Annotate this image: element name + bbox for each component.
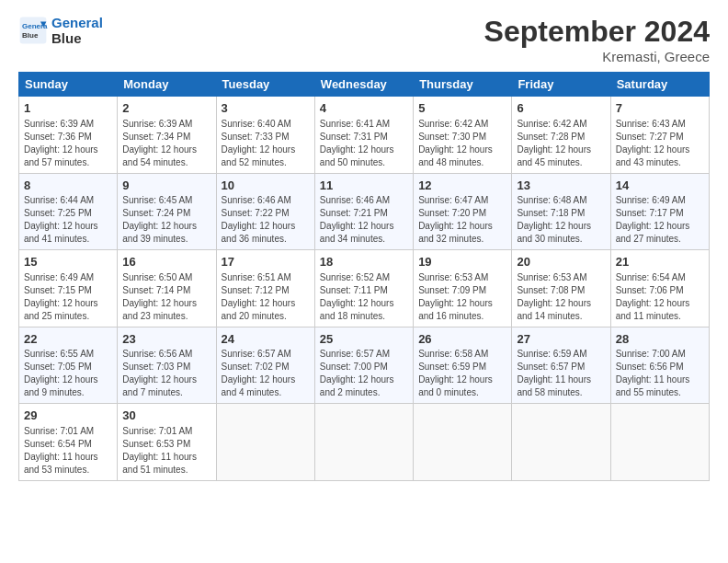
- calendar-cell: 4Sunrise: 6:41 AM Sunset: 7:31 PM Daylig…: [314, 97, 413, 174]
- day-info: Sunrise: 6:46 AM Sunset: 7:22 PM Dayligh…: [222, 194, 310, 246]
- day-info: Sunrise: 6:44 AM Sunset: 7:25 PM Dayligh…: [24, 194, 112, 246]
- header: General Blue General Blue September 2024…: [18, 15, 710, 64]
- day-number: 25: [320, 331, 408, 348]
- calendar-cell: 6Sunrise: 6:42 AM Sunset: 7:28 PM Daylig…: [512, 97, 610, 174]
- day-info: Sunrise: 6:42 AM Sunset: 7:30 PM Dayligh…: [418, 118, 506, 169]
- day-info: Sunrise: 6:41 AM Sunset: 7:31 PM Dayligh…: [320, 118, 408, 169]
- calendar-cell: [610, 404, 709, 481]
- calendar-cell: 3Sunrise: 6:40 AM Sunset: 7:33 PM Daylig…: [216, 97, 314, 174]
- day-number: 4: [320, 100, 408, 117]
- day-number: 11: [320, 178, 408, 194]
- page-container: General Blue General Blue September 2024…: [0, 0, 728, 490]
- day-info: Sunrise: 7:01 AM Sunset: 6:54 PM Dayligh…: [24, 425, 112, 477]
- day-number: 19: [418, 254, 506, 270]
- calendar-cell: 27Sunrise: 6:59 AM Sunset: 6:57 PM Dayli…: [512, 327, 610, 404]
- day-number: 16: [122, 254, 210, 270]
- day-number: 20: [517, 254, 605, 270]
- day-number: 21: [616, 254, 704, 270]
- calendar-week-3: 15Sunrise: 6:49 AM Sunset: 7:15 PM Dayli…: [19, 250, 710, 327]
- calendar-cell: 8Sunrise: 6:44 AM Sunset: 7:25 PM Daylig…: [19, 173, 118, 250]
- day-info: Sunrise: 6:49 AM Sunset: 7:15 PM Dayligh…: [24, 271, 112, 323]
- calendar-table: SundayMondayTuesdayWednesdayThursdayFrid…: [18, 72, 710, 481]
- calendar-cell: 19Sunrise: 6:53 AM Sunset: 7:09 PM Dayli…: [414, 250, 512, 327]
- day-header-friday: Friday: [512, 73, 610, 97]
- day-number: 6: [517, 100, 605, 117]
- logo-general: General: [51, 15, 103, 30]
- calendar-cell: 14Sunrise: 6:49 AM Sunset: 7:17 PM Dayli…: [610, 173, 709, 250]
- day-info: Sunrise: 6:42 AM Sunset: 7:28 PM Dayligh…: [517, 118, 605, 169]
- day-info: Sunrise: 6:43 AM Sunset: 7:27 PM Dayligh…: [616, 118, 704, 169]
- day-number: 5: [418, 100, 506, 117]
- day-info: Sunrise: 6:59 AM Sunset: 6:57 PM Dayligh…: [517, 348, 605, 399]
- calendar-cell: 17Sunrise: 6:51 AM Sunset: 7:12 PM Dayli…: [216, 250, 314, 327]
- svg-text:Blue: Blue: [22, 31, 39, 40]
- day-number: 24: [222, 331, 310, 348]
- day-info: Sunrise: 6:54 AM Sunset: 7:06 PM Dayligh…: [616, 271, 704, 323]
- day-info: Sunrise: 6:47 AM Sunset: 7:20 PM Dayligh…: [418, 194, 506, 246]
- day-number: 1: [24, 100, 112, 117]
- calendar-cell: 26Sunrise: 6:58 AM Sunset: 6:59 PM Dayli…: [414, 327, 512, 404]
- calendar-cell: 23Sunrise: 6:56 AM Sunset: 7:03 PM Dayli…: [118, 327, 216, 404]
- calendar-cell: 12Sunrise: 6:47 AM Sunset: 7:20 PM Dayli…: [414, 173, 512, 250]
- day-info: Sunrise: 6:39 AM Sunset: 7:34 PM Dayligh…: [122, 118, 210, 169]
- day-header-wednesday: Wednesday: [314, 73, 413, 97]
- calendar-cell: 1Sunrise: 6:39 AM Sunset: 7:36 PM Daylig…: [19, 97, 118, 174]
- calendar-cell: 30Sunrise: 7:01 AM Sunset: 6:53 PM Dayli…: [118, 404, 216, 481]
- day-number: 7: [616, 100, 704, 117]
- day-number: 17: [222, 254, 310, 270]
- calendar-header-row: SundayMondayTuesdayWednesdayThursdayFrid…: [19, 73, 710, 97]
- day-number: 27: [517, 331, 605, 348]
- calendar-cell: 15Sunrise: 6:49 AM Sunset: 7:15 PM Dayli…: [19, 250, 118, 327]
- calendar-cell: 7Sunrise: 6:43 AM Sunset: 7:27 PM Daylig…: [610, 97, 709, 174]
- calendar-cell: 11Sunrise: 6:46 AM Sunset: 7:21 PM Dayli…: [314, 173, 413, 250]
- day-number: 9: [122, 178, 210, 194]
- day-info: Sunrise: 6:57 AM Sunset: 7:02 PM Dayligh…: [222, 348, 310, 399]
- calendar-cell: [314, 404, 413, 481]
- calendar-cell: [512, 404, 610, 481]
- calendar-cell: 13Sunrise: 6:48 AM Sunset: 7:18 PM Dayli…: [512, 173, 610, 250]
- calendar-cell: 25Sunrise: 6:57 AM Sunset: 7:00 PM Dayli…: [314, 327, 413, 404]
- day-number: 22: [24, 331, 112, 348]
- calendar-week-1: 1Sunrise: 6:39 AM Sunset: 7:36 PM Daylig…: [19, 97, 710, 174]
- calendar-cell: 22Sunrise: 6:55 AM Sunset: 7:05 PM Dayli…: [19, 327, 118, 404]
- day-number: 13: [517, 178, 605, 194]
- day-info: Sunrise: 6:51 AM Sunset: 7:12 PM Dayligh…: [222, 271, 310, 323]
- day-number: 10: [222, 178, 310, 194]
- calendar-cell: 5Sunrise: 6:42 AM Sunset: 7:30 PM Daylig…: [414, 97, 512, 174]
- day-info: Sunrise: 6:53 AM Sunset: 7:08 PM Dayligh…: [517, 271, 605, 323]
- day-info: Sunrise: 7:00 AM Sunset: 6:56 PM Dayligh…: [616, 348, 704, 399]
- day-number: 30: [122, 408, 210, 424]
- logo-blue: Blue: [51, 30, 103, 46]
- day-info: Sunrise: 6:48 AM Sunset: 7:18 PM Dayligh…: [517, 194, 605, 246]
- calendar-cell: 10Sunrise: 6:46 AM Sunset: 7:22 PM Dayli…: [216, 173, 314, 250]
- day-header-sunday: Sunday: [19, 73, 118, 97]
- day-info: Sunrise: 6:45 AM Sunset: 7:24 PM Dayligh…: [122, 194, 210, 246]
- day-info: Sunrise: 6:55 AM Sunset: 7:05 PM Dayligh…: [24, 348, 112, 399]
- day-info: Sunrise: 6:50 AM Sunset: 7:14 PM Dayligh…: [122, 271, 210, 323]
- calendar-cell: 9Sunrise: 6:45 AM Sunset: 7:24 PM Daylig…: [118, 173, 216, 250]
- calendar-cell: 2Sunrise: 6:39 AM Sunset: 7:34 PM Daylig…: [118, 97, 216, 174]
- day-number: 29: [24, 408, 112, 424]
- day-info: Sunrise: 6:49 AM Sunset: 7:17 PM Dayligh…: [616, 194, 704, 246]
- day-number: 23: [122, 331, 210, 348]
- day-info: Sunrise: 7:01 AM Sunset: 6:53 PM Dayligh…: [122, 425, 210, 477]
- day-info: Sunrise: 6:46 AM Sunset: 7:21 PM Dayligh…: [320, 194, 408, 246]
- day-number: 3: [222, 100, 310, 117]
- month-title: September 2024: [484, 15, 710, 49]
- day-number: 15: [24, 254, 112, 270]
- day-info: Sunrise: 6:58 AM Sunset: 6:59 PM Dayligh…: [418, 348, 506, 399]
- calendar-week-4: 22Sunrise: 6:55 AM Sunset: 7:05 PM Dayli…: [19, 327, 710, 404]
- location-subtitle: Kremasti, Greece: [484, 49, 710, 64]
- day-number: 8: [24, 178, 112, 194]
- day-info: Sunrise: 6:56 AM Sunset: 7:03 PM Dayligh…: [122, 348, 210, 399]
- day-number: 14: [616, 178, 704, 194]
- day-number: 28: [616, 331, 704, 348]
- day-header-monday: Monday: [118, 73, 216, 97]
- calendar-week-5: 29Sunrise: 7:01 AM Sunset: 6:54 PM Dayli…: [19, 404, 710, 481]
- day-number: 26: [418, 331, 506, 348]
- day-header-thursday: Thursday: [414, 73, 512, 97]
- day-header-saturday: Saturday: [610, 73, 709, 97]
- calendar-cell: 16Sunrise: 6:50 AM Sunset: 7:14 PM Dayli…: [118, 250, 216, 327]
- calendar-cell: 24Sunrise: 6:57 AM Sunset: 7:02 PM Dayli…: [216, 327, 314, 404]
- calendar-cell: 28Sunrise: 7:00 AM Sunset: 6:56 PM Dayli…: [610, 327, 709, 404]
